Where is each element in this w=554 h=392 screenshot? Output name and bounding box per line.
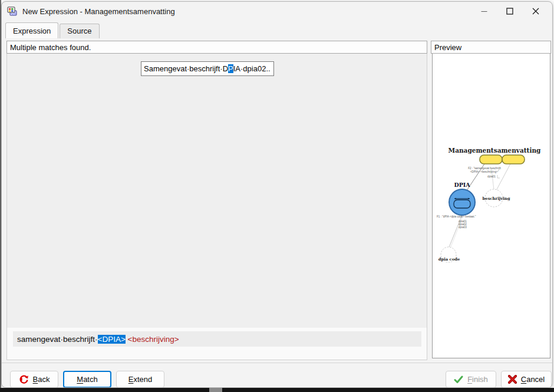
status-message-bar: Multiple matches found. (6, 41, 427, 54)
background-taskbar-strip (0, 388, 554, 392)
matched-expression-area: samengevat·beschrijft·<DPIA> <beschrijvi… (6, 328, 427, 360)
expression-canvas[interactable]: Samengevat·beschrijft·DPIA·dpia02.. (6, 54, 427, 328)
extend-button[interactable]: Extend (116, 371, 164, 388)
expression-input[interactable]: Samengevat·beschrijft·DPIA·dpia02.. (141, 61, 274, 76)
preview-diagram: Managementsamenvatting F2 : "samengevat … (433, 54, 550, 358)
status-message: Multiple matches found. (10, 43, 91, 52)
back-button[interactable]: Back (10, 371, 58, 388)
close-button[interactable] (523, 2, 549, 21)
f2-label-line2: <DPIA> <beschrijving>" (470, 170, 499, 173)
entity-dpia-label: DPIA (454, 182, 470, 188)
entity-dpia-code-label: dpia code (438, 257, 460, 262)
preview-header: Preview (431, 41, 551, 54)
background-taskbar-item (209, 388, 222, 392)
app-icon (6, 6, 18, 17)
close-icon (532, 8, 539, 15)
f2-population: dpia01 (487, 175, 496, 178)
expression-dpia-placeholder[interactable]: <DPIA> (98, 335, 126, 344)
button-bar-divider (2, 363, 552, 363)
maximize-icon (506, 8, 513, 15)
preview-title: Preview (434, 43, 461, 52)
f2-label-line1: F2 : "samengevat beschrijft (468, 167, 501, 170)
preview-panel: Managementsamenvatting F2 : "samengevat … (432, 54, 550, 358)
title-bar: New Expression - Managementsamenvatting (2, 2, 552, 21)
expression-plain-text: samengevat·beschrijft· (17, 335, 98, 344)
entity-beschrijving-label: beschrijving (483, 196, 510, 201)
entity-dpia-circle (449, 189, 475, 215)
minimize-icon (481, 8, 487, 15)
finish-button[interactable]: Finish (446, 371, 496, 388)
role-box-right (502, 155, 525, 164)
f1-population-3: dpia03 (459, 226, 467, 229)
matched-expression-row[interactable]: samengevat·beschrijft·<DPIA> <beschrijvi… (13, 331, 421, 347)
expression-beschrijving-placeholder[interactable]: <beschrijving> (128, 335, 179, 344)
tab-strip: Expression Source (5, 23, 101, 38)
f1-label: F1 : "dPIA <dpia code> bestaat." (437, 215, 476, 218)
tab-source[interactable]: Source (60, 24, 99, 38)
tab-expression[interactable]: Expression (5, 22, 58, 38)
new-expression-dialog: New Expression - Managementsamenvatting (1, 1, 553, 388)
maximize-button[interactable] (497, 2, 523, 21)
match-button[interactable]: Match (63, 371, 111, 388)
finish-check-icon (454, 375, 463, 384)
cancel-button[interactable]: Cancel (501, 371, 552, 388)
cancel-x-icon (508, 375, 517, 384)
minimize-button[interactable] (471, 2, 497, 21)
selected-character: P (228, 64, 233, 73)
screen: New Expression - Managementsamenvatting (0, 0, 554, 392)
window-title: New Expression - Managementsamenvatting (22, 7, 175, 16)
diagram-title: Managementsamenvatting (449, 147, 542, 154)
role-box-left (480, 155, 502, 164)
back-icon (19, 374, 29, 384)
